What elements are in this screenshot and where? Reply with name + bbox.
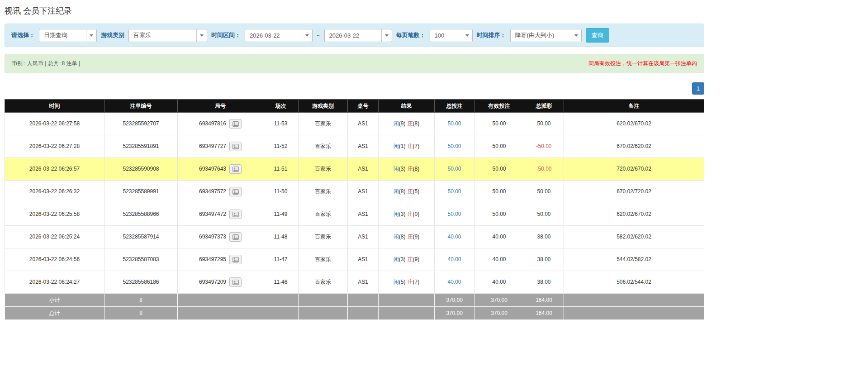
cell-round-id: 693497727 <box>178 135 263 158</box>
summary-bar: 币别 : 人民币 | 总共 :8 注单 | 同局有效投注，统一计算在该局第一张注… <box>5 54 704 73</box>
table-row: 2026-03-22 06:25:24 523285587914 6934973… <box>5 226 704 248</box>
table-row: 2026-03-22 06:24:56 523285587083 6934972… <box>5 248 704 271</box>
round-id-text: 693497572 <box>199 188 226 195</box>
query-mode-label: 请选择： <box>11 31 35 39</box>
valid-bet-notice: 同局有效投注，统一计算在该局第一张注单内 <box>588 60 697 67</box>
cell-valid-bet: 40.00 <box>474 248 524 271</box>
cell-round-id: 693497373 <box>178 226 263 248</box>
chevron-down-icon <box>196 29 207 42</box>
empty-cell <box>299 307 348 320</box>
total-valid-bet: 370.00 <box>474 307 524 320</box>
total-bet-link[interactable]: 50.00 <box>447 120 461 127</box>
result-player: 闲 <box>394 188 399 195</box>
result-banker-score: (7) <box>413 279 420 285</box>
view-round-button[interactable] <box>229 277 242 287</box>
cell-game-type: 百家乐 <box>299 271 348 294</box>
view-round-button[interactable] <box>229 232 242 242</box>
query-mode-select[interactable]: 日期查询 <box>39 29 97 42</box>
col-payout: 总派彩 <box>524 100 564 113</box>
empty-cell <box>348 307 379 320</box>
cell-table-no: AS1 <box>348 248 379 271</box>
table-row: 2026-03-22 06:27:28 523285591891 6934977… <box>5 135 704 158</box>
image-icon <box>232 144 239 149</box>
cell-session: 11-50 <box>263 181 299 203</box>
cell-bet-id: 523285589991 <box>104 181 178 203</box>
table-row: 2026-03-22 06:26:57 523285590908 6934976… <box>5 158 704 181</box>
subtotal-valid-bet: 370.00 <box>474 294 524 307</box>
cell-time: 2026-03-22 06:25:58 <box>5 203 104 226</box>
cell-valid-bet: 40.00 <box>474 226 524 248</box>
cell-valid-bet: 50.00 <box>474 135 524 158</box>
cell-total-bet: 50.00 <box>435 135 474 158</box>
total-row: 总计 8 370.00 370.00 164.00 <box>5 307 704 320</box>
cell-valid-bet: 50.00 <box>474 181 524 203</box>
result-player: 闲 <box>394 211 399 217</box>
view-round-button[interactable] <box>229 142 242 151</box>
subtotal-payout: 164.00 <box>524 294 564 307</box>
cell-time: 2026-03-22 06:24:56 <box>5 248 104 271</box>
date-from-select[interactable]: 2026-03-22 <box>245 29 313 42</box>
total-bet-link[interactable]: 50.00 <box>447 211 461 217</box>
total-bet-link[interactable]: 50.00 <box>447 188 461 195</box>
cell-time: 2026-03-22 06:26:32 <box>5 181 104 203</box>
page-title: 视讯 会员下注纪录 <box>5 5 704 16</box>
time-sort-select[interactable]: 降幂(由大到小) <box>510 29 582 42</box>
cell-session: 11-47 <box>263 248 299 271</box>
page-size-select[interactable]: 100 <box>430 29 473 42</box>
cell-result: 闲(1)庄(7) <box>379 135 435 158</box>
cell-remark: 670.02/720.02 <box>564 181 704 203</box>
col-time: 时间 <box>5 100 104 113</box>
cell-round-id: 693497472 <box>178 203 263 226</box>
view-round-button[interactable] <box>229 210 242 219</box>
total-bet-link[interactable]: 40.00 <box>447 279 461 285</box>
cell-total-bet: 50.00 <box>435 203 474 226</box>
time-sort-value: 降幂(由大到小) <box>511 29 571 42</box>
result-banker: 庄 <box>408 188 413 195</box>
total-bet-link[interactable]: 40.00 <box>447 256 461 262</box>
page-1-button[interactable]: 1 <box>692 82 704 95</box>
result-banker-score: (8) <box>413 166 420 172</box>
col-total-bet: 总投注 <box>435 100 474 113</box>
cell-table-no: AS1 <box>348 271 379 294</box>
cell-payout: 38.00 <box>524 248 564 271</box>
result-player-score: (3) <box>399 256 406 262</box>
result-player-score: (5) <box>399 279 406 285</box>
empty-cell <box>564 294 704 307</box>
view-round-button[interactable] <box>229 119 242 129</box>
cell-session: 11-46 <box>263 271 299 294</box>
view-round-button[interactable] <box>229 164 242 174</box>
result-player: 闲 <box>394 234 399 240</box>
search-button[interactable]: 查询 <box>586 28 609 43</box>
cell-payout: -50.00 <box>524 135 564 158</box>
game-type-value: 百家乐 <box>129 29 196 42</box>
result-player: 闲 <box>394 166 399 172</box>
cell-session: 11-53 <box>263 113 299 135</box>
total-bet-link[interactable]: 50.00 <box>447 166 461 172</box>
result-player: 闲 <box>394 256 399 262</box>
time-sort-label: 时间排序： <box>477 31 506 39</box>
date-to-select[interactable]: 2026-03-22 <box>324 29 392 42</box>
main-container: 视讯 会员下注纪录 请选择： 日期查询 游戏类别 百家乐 时间区间： 2026-… <box>5 0 704 372</box>
cell-game-type: 百家乐 <box>299 226 348 248</box>
cell-table-no: AS1 <box>348 203 379 226</box>
cell-time: 2026-03-22 06:27:58 <box>5 113 104 135</box>
cell-remark: 620.02/670.02 <box>564 113 704 135</box>
table-row: 2026-03-22 06:24:27 523285586186 6934972… <box>5 271 704 294</box>
view-round-button[interactable] <box>229 255 242 264</box>
total-bet-link[interactable]: 40.00 <box>447 234 461 240</box>
cell-result: 闲(3)庄(8) <box>379 158 435 181</box>
total-count: 8 <box>104 307 178 320</box>
cell-game-type: 百家乐 <box>299 113 348 135</box>
total-label: 总计 <box>5 307 104 320</box>
empty-cell <box>263 294 299 307</box>
subtotal-total-bet: 370.00 <box>435 294 474 307</box>
game-type-select[interactable]: 百家乐 <box>128 29 207 42</box>
table-body: 2026-03-22 06:27:58 523285592707 6934978… <box>5 113 704 294</box>
cell-table-no: AS1 <box>348 181 379 203</box>
view-round-button[interactable] <box>229 187 242 196</box>
cell-time: 2026-03-22 06:27:28 <box>5 135 104 158</box>
image-icon <box>232 167 239 172</box>
total-bet-link[interactable]: 50.00 <box>447 143 461 149</box>
col-table-no: 桌号 <box>348 100 379 113</box>
empty-cell <box>379 294 435 307</box>
